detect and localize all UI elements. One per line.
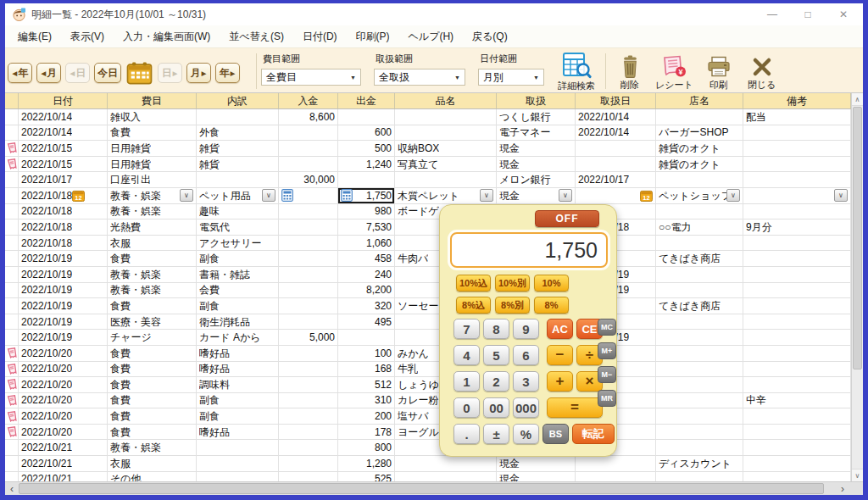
shop-cell[interactable]: てきぱき商店 <box>656 298 743 314</box>
scroll-right-arrow-icon[interactable]: › <box>836 482 849 495</box>
date-cell[interactable]: 2022/10/18 <box>19 236 108 252</box>
expense-cell[interactable]: 240 <box>338 267 395 283</box>
calc-key-4[interactable]: 4 <box>453 345 480 365</box>
calc-key-memory-plus[interactable]: M+ <box>598 342 616 359</box>
category-cell[interactable]: 食費 <box>108 393 197 409</box>
subcategory-cell[interactable]: 雑貨 <box>197 141 279 157</box>
category-cell[interactable]: 口座引出 <box>108 172 197 188</box>
note-cell[interactable] <box>743 425 851 441</box>
delete-button[interactable]: 削除 <box>612 52 648 92</box>
shop-cell[interactable] <box>656 109 743 125</box>
note-cell[interactable]: ∨ <box>743 188 851 204</box>
handle-date-cell[interactable]: 2022/10/14 <box>576 125 656 142</box>
note-cell[interactable] <box>743 362 851 378</box>
handle-date-cell[interactable]: 2022/10/14 <box>576 109 656 125</box>
shop-cell[interactable] <box>656 377 743 393</box>
menu-back[interactable]: 戻る(Q) <box>463 25 517 47</box>
note-cell[interactable] <box>743 314 851 331</box>
income-cell[interactable] <box>279 267 338 283</box>
date-cell[interactable]: 2022/10/19 <box>19 283 108 299</box>
note-cell[interactable] <box>743 172 851 188</box>
income-cell[interactable] <box>279 236 338 252</box>
subcategory-cell[interactable]: 調味料 <box>197 377 279 393</box>
handle-date-cell[interactable] <box>576 472 656 481</box>
menu-edit[interactable]: 編集(E) <box>8 25 61 47</box>
expense-cell[interactable]: 600 <box>338 125 395 142</box>
item-cell[interactable]: 写真立て <box>395 157 497 173</box>
calc-key-double-zero[interactable]: 00 <box>483 397 509 418</box>
handle-date-cell[interactable] <box>576 456 656 472</box>
category-range-select[interactable]: 全費目▼ <box>261 69 361 86</box>
note-cell[interactable] <box>743 298 851 314</box>
income-cell[interactable] <box>279 125 338 142</box>
column-header-income[interactable]: 入金 <box>279 93 338 109</box>
calc-key-tax-10[interactable]: 10% <box>534 275 569 292</box>
date-cell[interactable]: 2022/10/21 <box>19 456 108 472</box>
category-cell[interactable]: 雑収入 <box>108 109 197 125</box>
handler-range-select[interactable]: 全取扱▼ <box>374 69 465 86</box>
income-cell[interactable] <box>279 377 338 393</box>
calc-key-dot[interactable]: . <box>453 424 480 444</box>
income-cell[interactable] <box>279 219 338 236</box>
income-cell[interactable]: 30,000 <box>279 172 338 188</box>
close-button[interactable]: 閉じる <box>744 52 780 92</box>
shop-cell[interactable] <box>656 267 743 283</box>
handler-cell[interactable]: 現金 <box>497 456 576 472</box>
calc-key-memory-recall[interactable]: MR <box>598 390 616 407</box>
menu-print[interactable]: 印刷(P) <box>347 25 399 47</box>
subcategory-cell[interactable]: 嗜好品 <box>197 425 279 441</box>
note-cell[interactable] <box>743 283 851 299</box>
note-cell[interactable] <box>743 267 851 283</box>
date-cell[interactable]: 2022/10/15 <box>19 157 108 173</box>
chevron-down-icon[interactable]: ∨ <box>559 189 572 202</box>
note-cell[interactable]: 配当 <box>743 109 851 125</box>
income-cell[interactable] <box>279 440 338 456</box>
calc-off-button[interactable]: OFF <box>535 210 599 227</box>
category-cell[interactable]: 衣服 <box>108 456 197 472</box>
income-cell[interactable] <box>279 204 338 220</box>
shop-cell[interactable]: ○○電力 <box>656 219 743 236</box>
income-cell[interactable] <box>279 425 338 441</box>
income-cell[interactable] <box>279 456 338 472</box>
handler-cell[interactable]: 現金∨ <box>497 188 576 204</box>
calc-key-backspace[interactable]: BS <box>542 424 569 444</box>
item-cell[interactable] <box>395 125 497 142</box>
note-cell[interactable]: 中辛 <box>743 393 851 409</box>
expense-cell[interactable]: 1,060 <box>338 236 395 252</box>
income-cell[interactable] <box>279 298 338 314</box>
menu-input-edit-screen[interactable]: 入力・編集画面(W) <box>114 25 220 47</box>
item-cell[interactable] <box>395 472 497 481</box>
income-cell[interactable] <box>279 157 338 173</box>
calc-key-7[interactable]: 7 <box>453 319 480 339</box>
receipt-button[interactable]: ¥レシート <box>655 52 693 92</box>
note-cell[interactable] <box>743 440 851 456</box>
chevron-down-icon[interactable]: ∨ <box>726 189 740 202</box>
shop-cell[interactable] <box>656 440 743 456</box>
chevron-down-icon[interactable]: ∨ <box>834 189 848 202</box>
column-header-handle-date[interactable]: 取扱日 <box>576 93 656 109</box>
note-cell[interactable] <box>743 330 851 346</box>
subcategory-cell[interactable]: 書籍・雑誌 <box>197 267 279 283</box>
date-range-select[interactable]: 月別▼ <box>478 69 544 86</box>
calendar-button[interactable] <box>125 61 153 85</box>
calc-key-ac[interactable]: AC <box>547 319 573 339</box>
category-cell[interactable]: 食費 <box>108 408 197 425</box>
handle-date-cell[interactable]: 12 <box>576 188 656 204</box>
expense-cell[interactable]: 200 <box>338 408 395 425</box>
scroll-up-arrow-icon[interactable]: ∧ <box>852 93 863 106</box>
handler-cell[interactable]: 現金 <box>497 472 576 481</box>
calc-key-6[interactable]: 6 <box>513 345 539 365</box>
column-header-date[interactable]: 日付 <box>19 93 108 109</box>
subcategory-cell[interactable]: アクセサリー <box>197 236 279 252</box>
calc-key-zero[interactable]: 0 <box>453 397 480 418</box>
category-cell[interactable]: 医療・美容 <box>108 314 197 331</box>
subcategory-cell[interactable]: 嗜好品 <box>197 346 279 362</box>
date-cell[interactable]: 2022/10/20 <box>19 393 108 409</box>
shop-cell[interactable]: バーガーSHOP <box>656 125 743 142</box>
note-cell[interactable] <box>743 251 851 267</box>
calc-key-1[interactable]: 1 <box>453 371 480 392</box>
vertical-scroll-thumb[interactable] <box>853 107 862 369</box>
column-header-category[interactable]: 費目 <box>108 93 197 109</box>
note-cell[interactable] <box>743 125 851 142</box>
shop-cell[interactable] <box>656 283 743 299</box>
